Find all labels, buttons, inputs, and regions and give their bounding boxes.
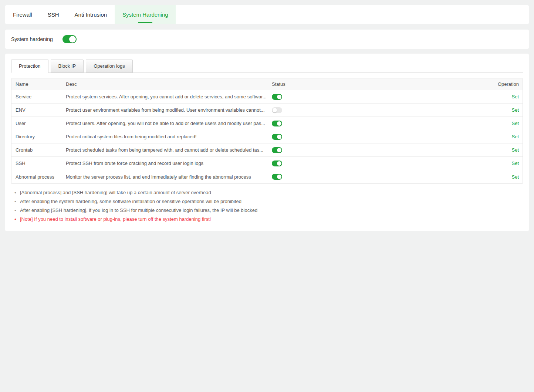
table-row-abnormal-process: Abnormal processMonitor the server proce… xyxy=(11,170,523,183)
tab-anti-intrusion[interactable]: Anti Intrusion xyxy=(67,5,115,24)
system-hardening-label: System hardening xyxy=(11,36,53,42)
row-name: User xyxy=(16,121,66,126)
row-desc: Protect critical system files from being… xyxy=(66,134,272,139)
tab-system-hardening[interactable]: System Hardening xyxy=(115,5,176,24)
table-body: ServiceProtect system services. After op… xyxy=(11,90,523,183)
toggle-knob xyxy=(277,161,281,166)
row-operation: Set xyxy=(489,107,519,113)
row-status xyxy=(272,160,489,166)
protection-table: Name Desc Status Operation ServiceProtec… xyxy=(11,78,523,184)
toggle-knob xyxy=(273,108,277,112)
row-operation: Set xyxy=(489,174,519,180)
column-header-status: Status xyxy=(272,81,489,87)
note-warning: [Note] If you need to install software o… xyxy=(11,215,523,224)
note-item: [Abnormal process] and [SSH hardening] w… xyxy=(11,188,523,197)
set-link[interactable]: Set xyxy=(511,174,519,180)
tab-firewall[interactable]: Firewall xyxy=(5,5,40,24)
row-desc: Protect scheduled tasks from being tampe… xyxy=(66,147,272,153)
row-operation: Set xyxy=(489,134,519,139)
row-name: Abnormal process xyxy=(16,174,66,180)
system-hardening-card: System hardening xyxy=(5,30,529,49)
toggle-knob xyxy=(277,175,281,179)
set-link[interactable]: Set xyxy=(511,134,519,139)
notes-list: [Abnormal process] and [SSH hardening] w… xyxy=(11,188,523,224)
row-status-toggle[interactable] xyxy=(272,121,282,126)
row-desc: Protect users. After opening, you will n… xyxy=(66,121,272,126)
toggle-knob xyxy=(69,36,76,43)
table-row-user: UserProtect users. After opening, you wi… xyxy=(11,117,523,130)
sub-tabbar: ProtectionBlock IPOperation logs xyxy=(11,60,523,73)
row-status-toggle[interactable] xyxy=(272,174,282,180)
row-name: ENV xyxy=(16,107,66,113)
page: FirewallSSHAnti IntrusionSystem Hardenin… xyxy=(0,0,534,236)
toggle-knob xyxy=(277,95,281,99)
row-status xyxy=(272,134,489,140)
toggle-knob xyxy=(277,148,281,152)
row-desc: Protect system services. After opening, … xyxy=(66,94,272,99)
row-desc: Monitor the server process list, and end… xyxy=(66,174,272,180)
system-hardening-toggle[interactable] xyxy=(62,35,77,43)
column-header-name: Name xyxy=(16,81,66,87)
note-item: After enabling [SSH hardening], if you l… xyxy=(11,206,523,215)
set-link[interactable]: Set xyxy=(511,160,519,166)
table-header: Name Desc Status Operation xyxy=(11,78,523,90)
row-status xyxy=(272,174,489,180)
set-link[interactable]: Set xyxy=(511,147,519,153)
row-name: Service xyxy=(16,94,66,99)
row-name: Crontab xyxy=(16,147,66,153)
tab-ssh[interactable]: SSH xyxy=(40,5,67,24)
subtab-block-ip[interactable]: Block IP xyxy=(51,60,84,73)
row-status-toggle[interactable] xyxy=(272,147,282,153)
row-operation: Set xyxy=(489,147,519,153)
toggle-knob xyxy=(277,121,281,126)
set-link[interactable]: Set xyxy=(511,94,519,99)
row-desc: Protect SSH from brute force cracking an… xyxy=(66,160,272,166)
row-operation: Set xyxy=(489,121,519,126)
row-status-toggle[interactable] xyxy=(272,107,282,113)
row-status xyxy=(272,120,489,126)
column-header-operation: Operation xyxy=(489,81,519,87)
main-tabbar: FirewallSSHAnti IntrusionSystem Hardenin… xyxy=(5,5,529,24)
row-status-toggle[interactable] xyxy=(272,94,282,100)
table-row-ssh: SSHProtect SSH from brute force cracking… xyxy=(11,157,523,170)
main-card: ProtectionBlock IPOperation logs Name De… xyxy=(5,54,529,231)
row-status xyxy=(272,107,489,113)
row-status xyxy=(272,94,489,100)
set-link[interactable]: Set xyxy=(511,121,519,126)
row-status xyxy=(272,147,489,153)
table-row-crontab: CrontabProtect scheduled tasks from bein… xyxy=(11,143,523,157)
table-row-env: ENVProtect user environment variables fr… xyxy=(11,104,523,117)
toggle-knob xyxy=(277,135,281,139)
subtab-operation-logs[interactable]: Operation logs xyxy=(86,60,133,73)
set-link[interactable]: Set xyxy=(511,107,519,113)
row-status-toggle[interactable] xyxy=(272,134,282,140)
subtab-protection[interactable]: Protection xyxy=(11,60,48,73)
note-item: After enabling the system hardening, som… xyxy=(11,197,523,206)
row-desc: Protect user environment variables from … xyxy=(66,107,272,113)
table-row-service: ServiceProtect system services. After op… xyxy=(11,90,523,104)
column-header-desc: Desc xyxy=(66,81,272,87)
row-name: Directory xyxy=(16,134,66,139)
row-operation: Set xyxy=(489,160,519,166)
table-row-directory: DirectoryProtect critical system files f… xyxy=(11,130,523,143)
row-name: SSH xyxy=(16,160,66,166)
row-operation: Set xyxy=(489,94,519,99)
row-status-toggle[interactable] xyxy=(272,160,282,166)
